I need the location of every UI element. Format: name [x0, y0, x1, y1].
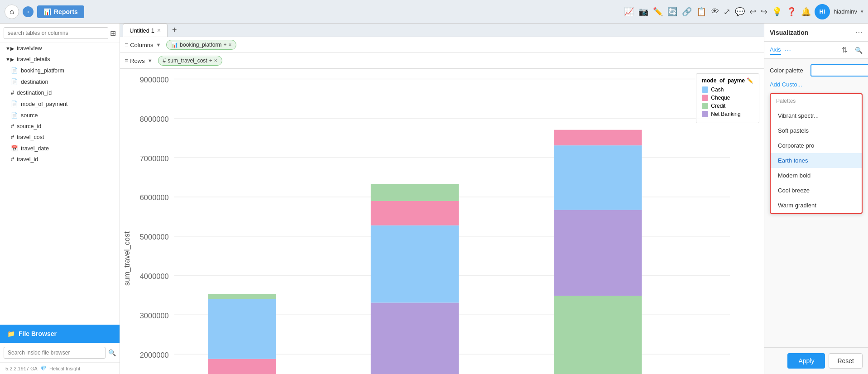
add-custom-label[interactable]: Add Custo... [770, 81, 802, 88]
visualization-more-icon[interactable]: ⋯ [855, 28, 863, 37]
user-initials: HI [819, 8, 825, 15]
sidebar-item-travel-id[interactable]: # travel_id [0, 154, 120, 165]
booking-platform-pill-plus[interactable]: + [223, 42, 226, 48]
columns-arrow-icon[interactable]: ▼ [156, 42, 161, 48]
home-button[interactable]: ⌂ [5, 5, 19, 19]
legend-label-netbanking: Net Banking [711, 111, 740, 117]
legend-color-netbanking [702, 111, 708, 117]
user-dropdown-arrow[interactable]: ▾ [861, 9, 863, 14]
sidebar-item-travel-details[interactable]: ▼▶ travel_details [0, 54, 120, 65]
source-id-hash-icon: # [11, 123, 14, 129]
layout-icon[interactable]: 📋 [696, 7, 706, 17]
sum-travel-cost-pill[interactable]: # sum_travel_cost + × [158, 56, 222, 66]
tab-close-button[interactable]: × [157, 27, 161, 34]
right-panel: Visualization ⋯ Axis ⋯ ⇅ 🔍 Color palette… [764, 24, 868, 374]
palette-item-modern[interactable]: Modern bold [771, 168, 862, 183]
booking-platform-pill-close[interactable]: × [228, 42, 231, 48]
file-browser-label: File Browser [19, 330, 57, 337]
svg-text:7000000: 7000000 [140, 154, 169, 163]
travel-date-calendar-icon: 📅 [11, 145, 18, 152]
sidebar-tree: ▼▶ travelview ▼▶ travel_details 📄 bookin… [0, 43, 120, 325]
rows-row: ≡ Rows ▼ # sum_travel_cost + × [120, 53, 764, 69]
lightbulb-icon[interactable]: 💡 [772, 7, 782, 17]
right-panel-footer: Apply Reset [764, 347, 868, 374]
svg-text:6000000: 6000000 [140, 193, 169, 201]
nav-arrow-button[interactable]: › [23, 6, 34, 17]
sidebar-item-mode-of-payment[interactable]: 📄 mode_of_payment [0, 98, 120, 110]
file-browser-search-input[interactable] [4, 347, 106, 359]
search-tables-input[interactable] [4, 27, 108, 39]
visualization-label: Visualization [770, 29, 808, 36]
sidebar-item-travel-cost[interactable]: # travel_cost [0, 132, 120, 143]
destination-file-icon: 📄 [11, 78, 18, 85]
rows-arrow-icon[interactable]: ▼ [148, 58, 153, 63]
sidebar-item-source[interactable]: 📄 source [0, 110, 120, 121]
comment-icon[interactable]: 💬 [735, 7, 745, 17]
refresh-icon[interactable]: 🔄 [667, 7, 677, 17]
user-avatar[interactable]: HI [815, 4, 830, 19]
reset-button[interactable]: Reset [829, 353, 863, 369]
travel-cost-label: travel_cost [17, 134, 44, 140]
bar-chart-svg: 9000000 8000000 7000000 6000000 5000000 … [120, 69, 764, 374]
right-panel-header: Visualization ⋯ [764, 24, 868, 42]
rows-label: Rows [130, 58, 145, 64]
file-browser-search-icon[interactable]: 🔍 [108, 349, 116, 356]
destination-id-hash-icon: # [11, 90, 14, 96]
right-panel-search-icon[interactable]: 🔍 [855, 47, 863, 54]
palette-item-cool[interactable]: Cool breeze [771, 183, 862, 198]
line-chart-icon[interactable]: 📈 [624, 7, 634, 17]
sum-travel-cost-pill-plus[interactable]: + [209, 58, 212, 64]
sidebar-item-source-id[interactable]: # source_id [0, 121, 120, 132]
svg-text:3000000: 3000000 [140, 312, 169, 320]
nav-icons-group: 📈 📷 ✏️ 🔄 🔗 📋 👁 ⤢ 💬 ↩ ↪ 💡 ❓ 🔔 [624, 7, 811, 17]
sum-travel-cost-pill-close[interactable]: × [214, 58, 217, 64]
palette-item-warm[interactable]: Warm gradient [771, 198, 862, 213]
axis-dots-icon[interactable]: ⋯ [785, 47, 791, 54]
table-grid-icon[interactable]: ⊞ [110, 29, 116, 38]
sidebar-item-destination-id[interactable]: # destination_id [0, 87, 120, 98]
columns-grid-icon: ≡ [125, 41, 128, 48]
tab-untitled[interactable]: Untitled 1 × [123, 24, 168, 37]
palette-item-soft[interactable]: Soft pastels [771, 123, 862, 138]
legend-item-netbanking: Net Banking [702, 111, 753, 117]
expand-icon[interactable]: ⤢ [724, 7, 730, 17]
tab-add-button[interactable]: + [169, 25, 180, 35]
sort-icon[interactable]: ⇅ [842, 46, 848, 54]
share-icon[interactable]: 🔗 [682, 7, 692, 17]
apply-button[interactable]: Apply [787, 353, 825, 369]
eye-icon[interactable]: 👁 [711, 7, 719, 16]
palette-item-earth[interactable]: Earth tones [771, 153, 862, 168]
travelview-expand-icon: ▼▶ [5, 46, 14, 52]
edit-icon[interactable]: ✏️ [653, 7, 663, 17]
legend-edit-icon[interactable]: ✏️ [747, 77, 753, 84]
color-palette-row: Color palette [770, 64, 863, 77]
camera-icon[interactable]: 📷 [638, 7, 648, 17]
palette-item-corporate[interactable]: Corporate pro [771, 138, 862, 153]
rows-grid-icon: ≡ [125, 57, 128, 64]
reports-button[interactable]: 📊 Reports [37, 5, 84, 18]
tab-axis[interactable]: Axis [770, 45, 781, 55]
undo-icon[interactable]: ↩ [749, 7, 756, 17]
website-credit-bar [554, 296, 642, 374]
sidebar-item-booking-platform[interactable]: 📄 booking_platform [0, 65, 120, 76]
source-id-label: source_id [17, 123, 41, 129]
agent-cheque-bar [208, 359, 276, 374]
sidebar-item-travel-date[interactable]: 📅 travel_date [0, 143, 120, 154]
makemytrip-credit-bar [371, 184, 459, 201]
chart-legend: mode_of_payme ✏️ Cash Cheque Credit [696, 73, 759, 123]
sidebar-item-destination[interactable]: 📄 destination [0, 76, 120, 87]
main-layout: ⊞ ▼▶ travelview ▼▶ travel_details 📄 book… [0, 24, 868, 374]
file-browser-button[interactable]: 📁 File Browser [0, 325, 120, 343]
version-number: 5.2.2.1917 GA [5, 366, 38, 371]
color-palette-input[interactable] [810, 64, 868, 77]
bell-icon[interactable]: 🔔 [801, 7, 811, 17]
booking-platform-pill[interactable]: 📊 booking_platform + × [166, 40, 236, 50]
help-icon[interactable]: ❓ [786, 7, 796, 17]
svg-text:4000000: 4000000 [140, 272, 169, 280]
booking-platform-label: booking_platform [21, 67, 64, 74]
sidebar-item-travelview[interactable]: ▼▶ travelview [0, 43, 120, 54]
palette-item-vibrant[interactable]: Vibrant spectr... [771, 108, 862, 123]
svg-text:5000000: 5000000 [140, 233, 169, 241]
helical-diamond-icon: 💎 [40, 365, 47, 371]
redo-icon[interactable]: ↪ [761, 7, 767, 17]
